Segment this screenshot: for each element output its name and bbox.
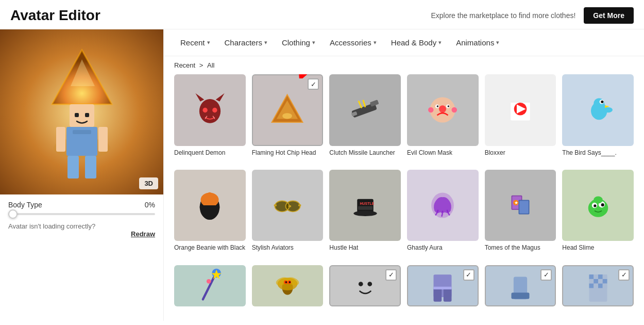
item-thumb-staff <box>174 265 246 306</box>
get-more-button[interactable]: Get More <box>584 7 634 24</box>
tab-accessories[interactable]: Accessories ▾ <box>324 34 383 51</box>
item-clutch-missile[interactable]: Clutch Missile Launcher <box>329 74 401 164</box>
item-check-blue3: ✓ <box>618 269 630 281</box>
svg-rect-107 <box>602 283 607 288</box>
item-blue2[interactable]: ✓ <box>485 265 556 316</box>
svg-point-73 <box>594 197 603 204</box>
item-check-blue2: ✓ <box>540 269 552 281</box>
svg-point-23 <box>283 113 293 119</box>
svg-rect-106 <box>598 283 603 288</box>
item-name-tomes-magus: Tomes of the Magus <box>485 244 556 252</box>
header-actions: Explore the marketplace to find more clo… <box>431 7 634 24</box>
item-evil-clown[interactable]: Evil Clown Mask <box>407 74 479 164</box>
page-title: Avatar Editor <box>10 7 100 24</box>
item-name-evil-clown: Evil Clown Mask <box>407 149 479 157</box>
svg-rect-97 <box>594 274 598 279</box>
svg-rect-10 <box>98 127 108 152</box>
item-tomes-magus[interactable]: ★ Tomes of the Magus <box>485 170 556 259</box>
svg-rect-98 <box>598 274 603 279</box>
tab-clothing[interactable]: Clothing ▾ <box>276 34 321 51</box>
svg-point-84 <box>285 281 287 283</box>
main-content: 3D Body Type 0% Avatar isn't loading cor… <box>0 29 644 321</box>
marketplace-text: Explore the marketplace to find more clo… <box>431 11 575 20</box>
item-flaming-chip[interactable]: ✓ Flaming Hot Chip Head <box>252 74 324 164</box>
item-thumb-bloxxer <box>485 74 556 146</box>
tab-clothing-label: Clothing <box>282 38 310 47</box>
svg-marker-14 <box>195 93 204 102</box>
body-type-pct: 0% <box>145 201 155 209</box>
svg-rect-105 <box>594 283 598 288</box>
item-bloxxer[interactable]: Bloxxer <box>485 74 556 164</box>
avatar-preview: 3D <box>0 29 163 194</box>
svg-point-17 <box>212 108 217 112</box>
item-smiley[interactable]: ✓ <box>329 265 401 316</box>
svg-line-27 <box>359 101 362 108</box>
item-hustle-hat[interactable]: HUSTLE Hustle Hat <box>329 170 401 259</box>
svg-rect-96 <box>589 274 594 279</box>
svg-rect-9 <box>56 127 65 152</box>
breadcrumb-current: All <box>207 61 214 69</box>
item-name-bloxxer: Bloxxer <box>485 149 556 157</box>
svg-rect-65 <box>519 201 529 214</box>
item-thumb-bird-says <box>562 74 634 146</box>
breadcrumb-separator: > <box>199 61 205 69</box>
svg-rect-94 <box>511 293 529 299</box>
item-fly[interactable] <box>252 265 324 316</box>
svg-rect-103 <box>602 279 607 283</box>
svg-rect-102 <box>598 279 603 283</box>
tab-recent-chevron: ▾ <box>207 39 210 46</box>
item-thumb-head-slime <box>562 170 634 241</box>
item-thumb-flaming-chip: ✓ <box>252 74 324 146</box>
svg-rect-99 <box>602 274 607 279</box>
svg-text:★: ★ <box>514 200 518 205</box>
tab-animations[interactable]: Animations ▾ <box>450 34 505 51</box>
item-name-stylish-aviators: Stylish Aviators <box>252 244 324 252</box>
tab-head-body[interactable]: Head & Body ▾ <box>385 34 448 51</box>
item-thumb-evil-clown <box>407 74 479 146</box>
body-type-slider[interactable] <box>8 213 155 215</box>
svg-point-72 <box>601 203 604 206</box>
item-name-bird-says: The Bird Says____. <box>562 149 634 157</box>
item-orange-beanie[interactable]: Orange Beanie with Black <box>174 170 246 259</box>
svg-rect-59 <box>358 206 372 210</box>
svg-rect-92 <box>434 286 452 289</box>
item-thumb-fly <box>252 265 324 306</box>
item-thumb-stylish-aviators <box>252 170 324 241</box>
item-ghastly-aura[interactable]: Ghastly Aura <box>407 170 479 259</box>
svg-rect-48 <box>200 205 220 209</box>
item-blue1[interactable]: ✓ <box>407 265 479 316</box>
item-bird-says[interactable]: The Bird Says____. <box>562 74 634 164</box>
svg-rect-12 <box>85 156 96 178</box>
svg-point-71 <box>594 204 596 207</box>
item-head-slime[interactable]: Head Slime <box>562 170 634 259</box>
item-name-flaming-chip: Flaming Hot Chip Head <box>252 149 324 157</box>
item-blue3[interactable]: ✓ <box>562 265 634 316</box>
header: Avatar Editor Explore the marketplace to… <box>0 0 644 29</box>
svg-point-49 <box>208 192 212 197</box>
tab-recent-label: Recent <box>180 38 205 47</box>
item-thumb-hustle-hat: HUSTLE <box>329 170 401 241</box>
item-check-blue1: ✓ <box>463 269 474 281</box>
item-stylish-aviators[interactable]: Stylish Aviators <box>252 170 324 259</box>
svg-rect-8 <box>73 130 91 134</box>
item-name-clutch-missile: Clutch Missile Launcher <box>329 149 401 157</box>
svg-line-28 <box>363 100 365 107</box>
svg-point-16 <box>202 108 207 112</box>
tab-accessories-label: Accessories <box>330 38 371 47</box>
item-name-delinquent-demon: Delinquent Demon <box>174 149 246 157</box>
item-staff[interactable] <box>174 265 246 316</box>
svg-rect-6 <box>85 113 89 117</box>
body-type-row: Body Type 0% <box>8 201 155 209</box>
svg-point-88 <box>367 282 372 286</box>
breadcrumb: Recent > All <box>164 56 644 74</box>
svg-rect-5 <box>75 113 79 117</box>
avatar-figure <box>41 45 123 179</box>
redraw-link[interactable]: Redraw <box>8 230 155 238</box>
svg-point-85 <box>289 281 291 283</box>
breadcrumb-parent[interactable]: Recent <box>174 61 195 69</box>
tab-characters[interactable]: Characters ▾ <box>218 34 274 51</box>
item-delinquent-demon[interactable]: Delinquent Demon <box>174 74 246 164</box>
slider-thumb[interactable] <box>8 209 18 219</box>
tab-recent[interactable]: Recent ▾ <box>174 34 216 51</box>
item-thumb-clutch-missile <box>329 74 401 146</box>
